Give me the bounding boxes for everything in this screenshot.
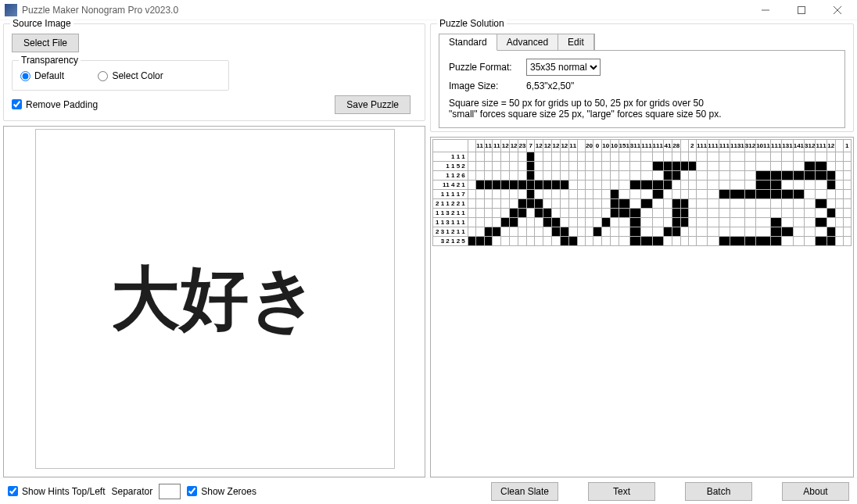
- remove-padding-input[interactable]: [12, 99, 22, 109]
- nonogram-cell: [696, 171, 707, 181]
- nonogram-cell: [730, 227, 744, 237]
- nonogram-cell: [770, 227, 781, 237]
- nonogram-cell: [756, 152, 771, 162]
- minimize-button[interactable]: [748, 0, 783, 20]
- col-hint: 1011: [756, 140, 771, 152]
- nonogram-cell: [484, 162, 493, 171]
- show-zeroes-checkbox[interactable]: Show Zeroes: [187, 486, 256, 497]
- tab-advanced[interactable]: Advanced: [497, 34, 558, 51]
- remove-padding-checkbox[interactable]: Remove Padding: [12, 99, 98, 110]
- nonogram-cell: [652, 162, 663, 171]
- nonogram-cell: [510, 190, 518, 199]
- right-column: Puzzle Solution Standard Advanced Edit P…: [430, 23, 854, 477]
- transparency-default-radio[interactable]: Default: [20, 70, 64, 81]
- select-file-button[interactable]: Select File: [12, 34, 79, 52]
- source-sample-text: 大好き: [111, 252, 319, 345]
- minimize-icon: [762, 6, 769, 14]
- nonogram-cell: [805, 209, 816, 218]
- nonogram-cell: [484, 227, 493, 237]
- nonogram-cell: [708, 227, 719, 237]
- nonogram-cell: [493, 218, 501, 227]
- nonogram-cell: [552, 199, 561, 209]
- nonogram-cell: [708, 190, 719, 199]
- nonogram-cell: [510, 162, 518, 171]
- nonogram-cell: [652, 237, 663, 246]
- nonogram-cell: [510, 181, 518, 190]
- nonogram-cell: [805, 237, 816, 246]
- nonogram-cell: [805, 218, 816, 227]
- nonogram-cell: [475, 237, 484, 246]
- nonogram-cell: [593, 171, 601, 181]
- nonogram-cell: [816, 199, 827, 209]
- nonogram-cell: [468, 190, 475, 199]
- nonogram-cell: [619, 227, 629, 237]
- show-hints-checkbox[interactable]: Show Hints Top/Left: [8, 486, 106, 497]
- nonogram-cell: [601, 209, 610, 218]
- batch-button[interactable]: Batch: [685, 482, 752, 501]
- nonogram-cell: [468, 171, 475, 181]
- col-hint: 11: [493, 140, 501, 152]
- nonogram-cell: [663, 237, 672, 246]
- nonogram-cell: [756, 171, 771, 181]
- show-hints-input[interactable]: [8, 486, 18, 496]
- nonogram-cell: [552, 152, 561, 162]
- nonogram-cell: [493, 162, 501, 171]
- bottom-bar: Show Hints Top/Left Separator Show Zeroe…: [0, 477, 857, 504]
- nonogram-cell: [708, 162, 719, 171]
- nonogram-cell: [652, 218, 663, 227]
- col-hint: 111: [816, 140, 827, 152]
- nonogram-cell: [535, 171, 543, 181]
- nonogram-cell: [744, 227, 755, 237]
- clean-slate-button[interactable]: Clean Slate: [491, 482, 558, 501]
- nonogram-cell: [543, 199, 552, 209]
- puzzle-solution-legend: Puzzle Solution: [437, 18, 507, 29]
- nonogram-cell: [501, 209, 510, 218]
- col-hint: 11: [568, 140, 577, 152]
- save-puzzle-button[interactable]: Save Puzzle: [335, 95, 411, 114]
- close-button[interactable]: [819, 0, 855, 20]
- nonogram-cell: [585, 227, 593, 237]
- col-hint: 131: [782, 140, 793, 152]
- nonogram-cell: [672, 190, 680, 199]
- nonogram-cell: [782, 227, 793, 237]
- maximize-button[interactable]: [783, 0, 819, 20]
- col-hint: 23: [518, 140, 527, 152]
- nonogram-cell: [827, 171, 835, 181]
- nonogram-cell: [719, 181, 730, 190]
- nonogram-cell: [629, 227, 640, 237]
- transparency-select-color-input[interactable]: [98, 71, 108, 81]
- transparency-select-color-radio[interactable]: Select Color: [98, 70, 163, 81]
- nonogram-cell: [816, 152, 827, 162]
- nonogram-cell: [843, 237, 852, 246]
- tab-standard[interactable]: Standard: [439, 34, 497, 51]
- nonogram-cell: [593, 237, 601, 246]
- transparency-default-input[interactable]: [20, 71, 30, 81]
- nonogram-cell: [475, 181, 484, 190]
- col-hint: 2: [688, 140, 696, 152]
- nonogram-cell: [816, 209, 827, 218]
- about-button[interactable]: About: [782, 482, 849, 501]
- show-zeroes-input[interactable]: [187, 486, 197, 496]
- nonogram-cell: [518, 218, 527, 227]
- nonogram-cell: [493, 171, 501, 181]
- nonogram-cell: [593, 209, 601, 218]
- nonogram-cell: [696, 152, 707, 162]
- nonogram-cell: [560, 199, 568, 209]
- nonogram-cell: [843, 190, 852, 199]
- nonogram-cell: [835, 227, 843, 237]
- nonogram-cell: [619, 209, 629, 218]
- nonogram-cell: [619, 152, 629, 162]
- nonogram-cell: [688, 181, 696, 190]
- nonogram-cell: [793, 227, 804, 237]
- puzzle-format-select[interactable]: 35x35 normal: [526, 59, 601, 76]
- nonogram-cell: [770, 162, 781, 171]
- nonogram-cell: [568, 237, 577, 246]
- text-button[interactable]: Text: [588, 482, 655, 501]
- nonogram-cell: [770, 199, 781, 209]
- separator-input[interactable]: [159, 484, 181, 499]
- nonogram-cell: [672, 209, 680, 218]
- source-image-group: Source Image Select File Transparency De…: [3, 23, 425, 121]
- tab-edit[interactable]: Edit: [558, 34, 594, 51]
- nonogram-cell: [843, 199, 852, 209]
- nonogram-cell: [629, 190, 640, 199]
